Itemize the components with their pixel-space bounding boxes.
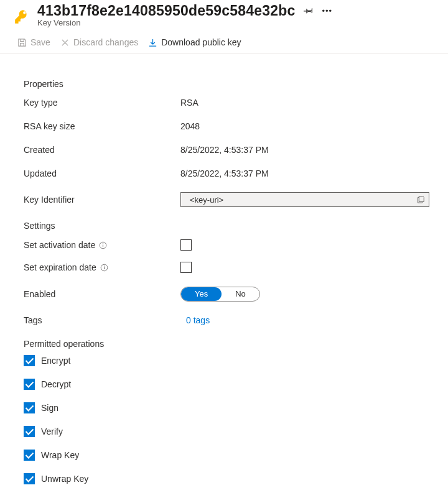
verify-label: Verify	[41, 427, 63, 436]
activation-date-text: Set activation date	[24, 240, 95, 250]
enabled-toggle: Yes No	[180, 287, 260, 302]
sign-label: Sign	[41, 403, 58, 413]
rsa-key-size-label: RSA key size	[24, 121, 180, 131]
created-label: Created	[24, 145, 180, 155]
enabled-label: Enabled	[24, 289, 180, 299]
download-icon	[148, 38, 157, 47]
save-label: Save	[30, 37, 50, 47]
save-icon	[17, 38, 27, 47]
svg-point-3	[104, 265, 105, 266]
page-title: 413b17f8e2e14085950de59c584e32bc	[37, 2, 295, 19]
expiration-date-checkbox[interactable]	[180, 262, 192, 273]
download-public-key-button[interactable]: Download public key	[148, 36, 241, 48]
encrypt-checkbox[interactable]	[24, 355, 35, 366]
activation-date-label: Set activation date	[24, 240, 180, 250]
settings-title: Settings	[24, 221, 431, 231]
enabled-yes-option[interactable]: Yes	[181, 287, 222, 301]
sign-checkbox[interactable]	[24, 402, 35, 413]
enabled-no-option[interactable]: No	[222, 287, 259, 301]
content: Properties Key type RSA RSA key size 204…	[0, 54, 448, 499]
save-button[interactable]: Save	[17, 36, 50, 48]
tags-label: Tags	[24, 315, 180, 325]
key-type-label: Key type	[24, 98, 180, 108]
discard-label: Discard changes	[73, 37, 138, 47]
close-icon	[60, 38, 70, 47]
copy-button[interactable]	[416, 195, 425, 205]
info-icon[interactable]	[99, 241, 107, 249]
key-identifier-field: <key-uri>	[180, 192, 429, 207]
rsa-key-size-value: 2048	[180, 121, 200, 131]
download-label: Download public key	[161, 37, 241, 47]
updated-label: Updated	[24, 168, 180, 178]
unwrap-key-label: Unwrap Key	[41, 474, 88, 484]
verify-checkbox[interactable]	[24, 426, 35, 437]
decrypt-label: Decrypt	[41, 379, 71, 389]
toolbar: Save Discard changes Download public key	[0, 32, 448, 54]
copy-icon	[416, 195, 425, 205]
encrypt-label: Encrypt	[41, 356, 70, 366]
properties-title: Properties	[24, 79, 431, 89]
wrap-key-checkbox[interactable]	[24, 450, 35, 461]
unwrap-key-checkbox[interactable]	[24, 473, 35, 484]
expiration-date-text: Set expiration date	[24, 262, 96, 272]
wrap-key-label: Wrap Key	[41, 450, 79, 460]
key-identifier-label: Key Identifier	[24, 195, 180, 205]
updated-value: 8/25/2022, 4:53:37 PM	[180, 168, 269, 178]
permitted-ops-title: Permitted operations	[24, 339, 431, 349]
svg-point-1	[103, 243, 103, 244]
created-value: 8/25/2022, 4:53:37 PM	[180, 145, 269, 155]
activation-date-checkbox[interactable]	[180, 239, 192, 251]
key-identifier-value: <key-uri>	[190, 195, 411, 205]
info-icon[interactable]	[100, 264, 108, 272]
pin-icon[interactable]	[304, 6, 313, 17]
page-subtitle: Key Version	[37, 18, 436, 27]
page-header: 413b17f8e2e14085950de59c584e32bc ••• Key…	[0, 0, 448, 32]
key-type-value: RSA	[180, 98, 198, 108]
more-icon[interactable]: •••	[322, 6, 332, 16]
decrypt-checkbox[interactable]	[24, 379, 35, 390]
discard-button[interactable]: Discard changes	[60, 36, 138, 48]
key-icon	[14, 2, 30, 25]
expiration-date-label: Set expiration date	[24, 262, 180, 272]
tags-link[interactable]: 0 tags	[180, 315, 210, 325]
